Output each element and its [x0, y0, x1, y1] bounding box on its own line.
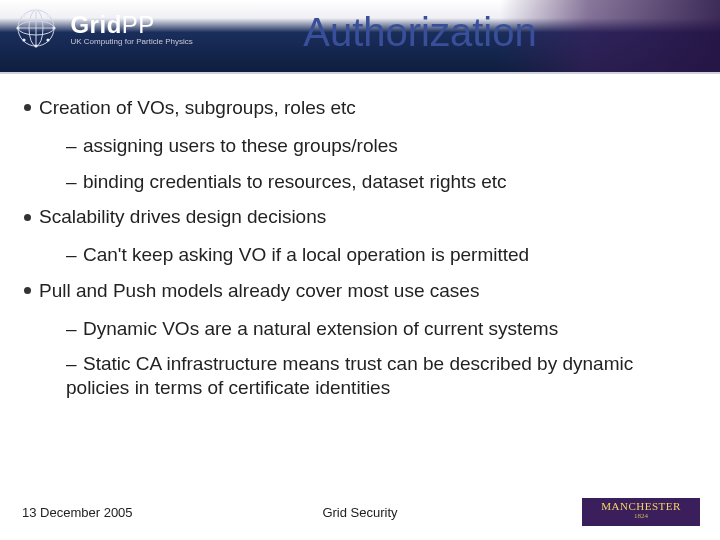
slide-title: Authorization	[0, 10, 720, 55]
bullet-dash-icon: –	[66, 352, 77, 376]
bullet-level2: –Static CA infrastructure means trust ca…	[66, 352, 700, 400]
manchester-logo-year: 1824	[582, 513, 700, 520]
bullet-dash-icon: –	[66, 170, 77, 194]
bullet-text: Creation of VOs, subgroups, roles etc	[39, 97, 356, 118]
slide-content: Creation of VOs, subgroups, roles etc –a…	[22, 96, 700, 412]
bullet-level2: –assigning users to these groups/roles	[66, 134, 700, 158]
bullet-dot-icon	[24, 104, 31, 111]
bullet-text: Pull and Push models already cover most …	[39, 280, 479, 301]
bullet-dash-icon: –	[66, 134, 77, 158]
bullet-level2: –Dynamic VOs are a natural extension of …	[66, 317, 700, 341]
bullet-dash-icon: –	[66, 317, 77, 341]
bullet-level2: –Can't keep asking VO if a local operati…	[66, 243, 700, 267]
bullet-level2: –binding credentials to resources, datas…	[66, 170, 700, 194]
bullet-text: Scalability drives design decisions	[39, 206, 326, 227]
bullet-text: assigning users to these groups/roles	[83, 135, 398, 156]
manchester-logo-text: MANCHESTER	[582, 501, 700, 513]
bullet-text: Static CA infrastructure means trust can…	[66, 353, 633, 398]
bullet-text: Can't keep asking VO if a local operatio…	[83, 244, 529, 265]
bullet-text: binding credentials to resources, datase…	[83, 171, 507, 192]
header-divider	[0, 72, 720, 74]
bullet-level1: Scalability drives design decisions	[22, 205, 700, 229]
bullet-dot-icon	[24, 214, 31, 221]
bullet-text: Dynamic VOs are a natural extension of c…	[83, 318, 558, 339]
bullet-dash-icon: –	[66, 243, 77, 267]
bullet-level1: Pull and Push models already cover most …	[22, 279, 700, 303]
manchester-logo: MANCHESTER 1824	[582, 498, 700, 526]
bullet-dot-icon	[24, 287, 31, 294]
bullet-level1: Creation of VOs, subgroups, roles etc	[22, 96, 700, 120]
